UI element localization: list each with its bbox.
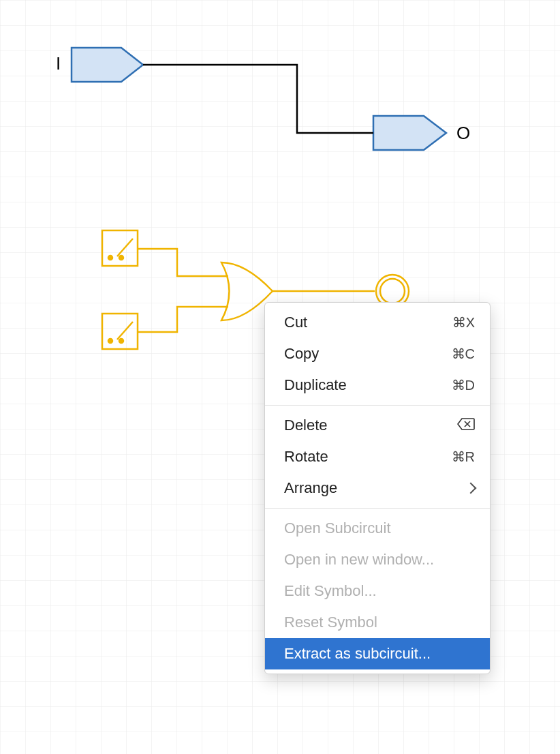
menu-open-new-window: Open in new window...	[265, 544, 490, 575]
svg-point-6	[108, 339, 112, 343]
wire-io[interactable]	[143, 65, 373, 133]
menu-copy-shortcut: ⌘C	[452, 346, 475, 362]
context-menu[interactable]: Cut ⌘X Copy ⌘C Duplicate ⌘D Delete Rotat…	[264, 302, 491, 674]
menu-separator-2	[265, 508, 490, 509]
wire-sw1[interactable]	[138, 249, 228, 276]
menu-edit-symbol: Edit Symbol...	[265, 575, 490, 607]
menu-extract-subcircuit[interactable]: Extract as subcircuit...	[265, 638, 490, 669]
circuit-canvas[interactable]: I O Cut ⌘X Copy ⌘C Duplicate ⌘D Delete	[0, 0, 560, 754]
menu-copy[interactable]: Copy ⌘C	[265, 338, 490, 370]
menu-rotate[interactable]: Rotate ⌘R	[265, 441, 490, 472]
menu-copy-label: Copy	[284, 345, 319, 363]
menu-separator-1	[265, 405, 490, 406]
output-pin[interactable]	[373, 116, 446, 150]
menu-delete[interactable]: Delete	[265, 410, 490, 441]
menu-arrange[interactable]: Arrange	[265, 472, 490, 504]
menu-duplicate[interactable]: Duplicate ⌘D	[265, 370, 490, 401]
svg-line-8	[117, 322, 133, 340]
menu-rotate-shortcut: ⌘R	[452, 449, 475, 465]
menu-duplicate-shortcut: ⌘D	[452, 377, 475, 393]
svg-point-10	[380, 279, 405, 303]
svg-point-2	[108, 256, 112, 260]
svg-point-3	[119, 256, 123, 260]
menu-reset-symbol: Reset Symbol	[265, 607, 490, 638]
menu-edit-symbol-label: Edit Symbol...	[284, 582, 377, 600]
svg-point-7	[119, 339, 123, 343]
menu-duplicate-label: Duplicate	[284, 376, 347, 394]
output-pin-label: O	[456, 123, 470, 144]
chevron-right-icon	[465, 483, 477, 494]
input-pin-label: I	[56, 53, 61, 74]
svg-rect-5	[102, 314, 138, 349]
switch-1[interactable]	[102, 230, 138, 266]
switch-2[interactable]	[102, 314, 138, 349]
backspace-icon	[457, 417, 475, 434]
menu-delete-label: Delete	[284, 417, 328, 434]
menu-open-new-window-label: Open in new window...	[284, 551, 434, 569]
menu-cut[interactable]: Cut ⌘X	[265, 307, 490, 338]
wire-sw2[interactable]	[138, 307, 228, 332]
menu-cut-label: Cut	[284, 314, 307, 331]
menu-open-subcircuit: Open Subcircuit	[265, 513, 490, 544]
menu-open-subcircuit-label: Open Subcircuit	[284, 519, 391, 537]
input-pin[interactable]	[72, 48, 143, 82]
menu-cut-shortcut: ⌘X	[452, 314, 475, 331]
svg-rect-1	[102, 230, 138, 266]
menu-arrange-label: Arrange	[284, 479, 337, 497]
menu-rotate-label: Rotate	[284, 448, 328, 466]
svg-line-4	[117, 239, 133, 256]
menu-reset-symbol-label: Reset Symbol	[284, 614, 377, 631]
menu-extract-subcircuit-label: Extract as subcircuit...	[284, 645, 431, 663]
